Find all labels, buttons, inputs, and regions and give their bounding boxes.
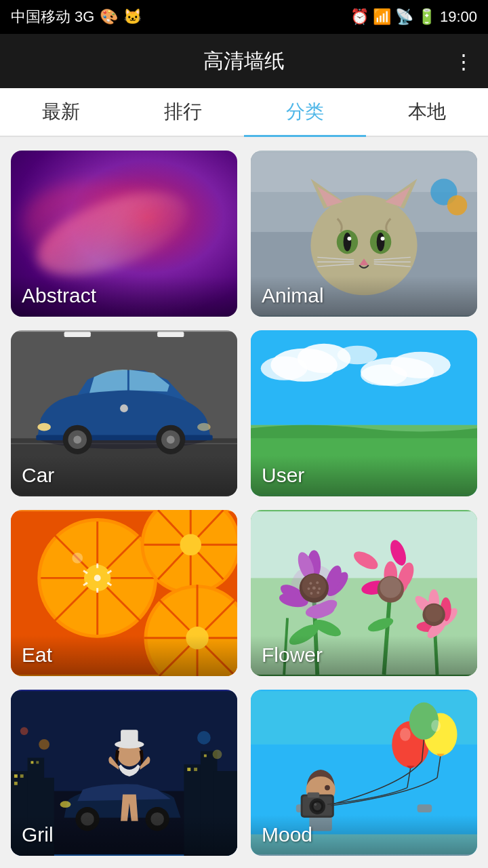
svg-rect-134 xyxy=(36,761,39,764)
svg-point-103 xyxy=(318,587,321,590)
time-text: 19:00 xyxy=(440,8,477,26)
mood-label: Mood xyxy=(251,815,477,856)
svg-point-32 xyxy=(73,435,81,443)
app-bar: 高清墙纸 ⋮ xyxy=(0,34,488,88)
svg-point-121 xyxy=(425,605,443,623)
svg-rect-135 xyxy=(187,768,190,771)
svg-rect-130 xyxy=(14,774,18,778)
emoji-icon2: 🐱 xyxy=(123,8,142,26)
svg-point-139 xyxy=(197,731,211,745)
svg-point-42 xyxy=(261,357,308,380)
svg-rect-163 xyxy=(418,804,432,812)
menu-button[interactable]: ⋮ xyxy=(453,50,474,73)
svg-rect-136 xyxy=(194,768,197,771)
abstract-label: Abstract xyxy=(11,276,237,317)
svg-point-99 xyxy=(309,582,312,585)
emoji-icon1: 🎨 xyxy=(100,8,118,26)
svg-point-64 xyxy=(180,534,201,555)
tab-latest[interactable]: 最新 xyxy=(0,88,122,136)
animal-label: Animal xyxy=(251,276,477,317)
svg-rect-131 xyxy=(20,774,24,778)
category-abstract[interactable]: Abstract xyxy=(11,151,237,317)
status-bar: 中国移动 3G 🎨 🐱 ⏰ 📶 📡 🔋 19:00 xyxy=(0,0,488,34)
tab-category[interactable]: 分类 xyxy=(244,88,366,136)
carrier-text: 中国移动 3G xyxy=(11,7,94,27)
svg-point-98 xyxy=(302,574,326,598)
tab-ranking-label: 排行 xyxy=(164,99,202,125)
svg-rect-29 xyxy=(36,435,212,440)
svg-point-11 xyxy=(377,233,385,252)
eat-label: Eat xyxy=(11,635,237,676)
category-user[interactable]: User xyxy=(251,330,477,496)
svg-point-22 xyxy=(447,195,467,215)
svg-rect-137 xyxy=(204,754,207,757)
svg-point-100 xyxy=(316,581,319,584)
svg-rect-25 xyxy=(64,332,91,337)
category-grid: Abstract xyxy=(0,137,488,868)
status-right: ⏰ 📶 📡 🔋 19:00 xyxy=(350,8,477,26)
category-car[interactable]: Car xyxy=(11,330,237,496)
alarm-icon: ⏰ xyxy=(350,8,369,26)
tab-category-label: 分类 xyxy=(286,99,324,125)
svg-point-57 xyxy=(72,553,83,564)
svg-point-113 xyxy=(380,576,401,597)
svg-point-141 xyxy=(213,750,222,760)
gril-label: Gril xyxy=(11,815,237,856)
svg-point-140 xyxy=(20,727,28,735)
tab-ranking[interactable]: 排行 xyxy=(122,88,244,136)
user-label: User xyxy=(251,456,477,496)
svg-point-46 xyxy=(338,346,378,365)
svg-point-158 xyxy=(400,728,411,741)
svg-point-45 xyxy=(361,364,407,385)
svg-point-159 xyxy=(431,719,441,732)
category-gril[interactable]: Gril xyxy=(11,690,237,856)
status-left: 中国移动 3G 🎨 🐱 xyxy=(11,7,142,27)
svg-rect-80 xyxy=(251,511,477,578)
svg-point-146 xyxy=(60,801,71,808)
battery-icon: 🔋 xyxy=(418,8,436,26)
svg-point-138 xyxy=(39,739,49,750)
category-animal[interactable]: Animal xyxy=(251,151,477,317)
signal-icon: 📡 xyxy=(395,8,413,26)
svg-rect-133 xyxy=(30,761,33,764)
svg-rect-149 xyxy=(121,730,138,746)
svg-point-35 xyxy=(167,435,175,443)
tab-latest-label: 最新 xyxy=(42,99,80,125)
car-label: Car xyxy=(11,456,237,496)
svg-point-13 xyxy=(381,237,385,241)
category-eat[interactable]: Eat xyxy=(11,510,237,676)
svg-rect-170 xyxy=(308,792,320,797)
tab-local-label: 本地 xyxy=(408,99,446,125)
tab-local[interactable]: 本地 xyxy=(366,88,488,136)
category-flower[interactable]: Flower xyxy=(251,510,477,676)
svg-point-72 xyxy=(94,574,101,581)
svg-point-169 xyxy=(314,803,317,806)
category-mood[interactable]: Mood xyxy=(251,690,477,856)
wifi-icon: 📶 xyxy=(373,8,391,26)
svg-point-37 xyxy=(197,423,211,431)
svg-point-10 xyxy=(344,233,352,252)
flower-label: Flower xyxy=(251,635,477,676)
svg-point-12 xyxy=(347,237,351,241)
svg-point-36 xyxy=(37,423,51,431)
svg-point-171 xyxy=(325,785,330,791)
svg-point-104 xyxy=(310,592,312,595)
svg-point-101 xyxy=(312,587,316,590)
tab-bar: 最新 排行 分类 本地 xyxy=(0,88,488,137)
svg-point-38 xyxy=(120,404,128,412)
svg-rect-132 xyxy=(14,782,18,785)
app-title: 高清墙纸 xyxy=(203,47,285,75)
svg-point-105 xyxy=(317,591,319,594)
svg-rect-26 xyxy=(157,332,184,337)
svg-point-102 xyxy=(308,587,310,590)
